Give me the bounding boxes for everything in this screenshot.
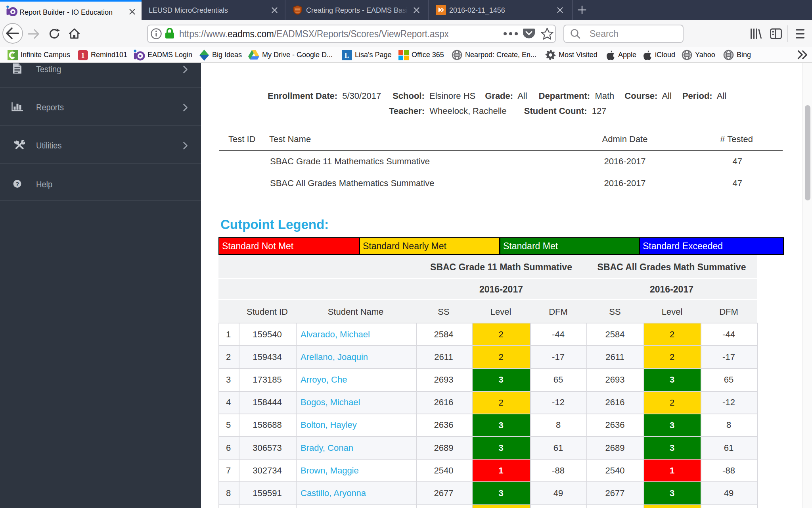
svg-text:1: 1	[81, 51, 84, 59]
svg-text:?: ?	[15, 181, 19, 187]
svg-text:L: L	[345, 52, 349, 60]
